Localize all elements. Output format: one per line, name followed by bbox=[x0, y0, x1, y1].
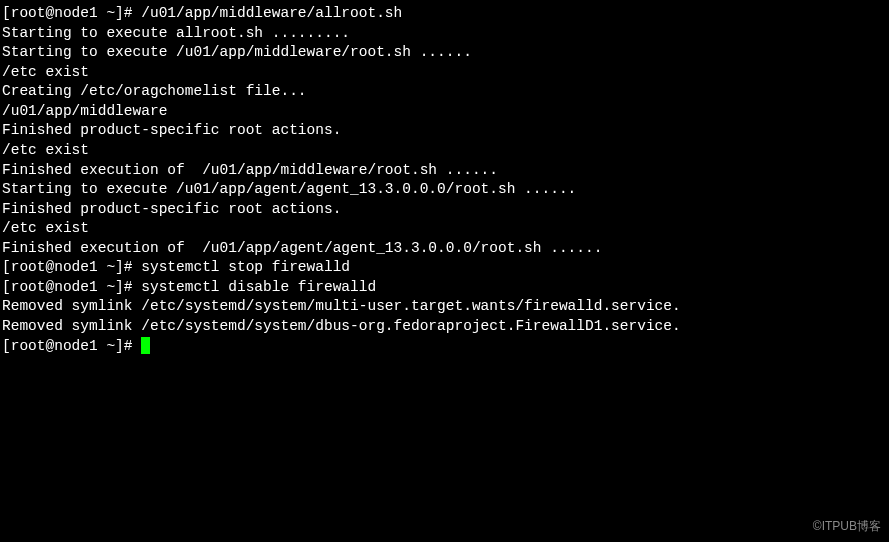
terminal-line: [root@node1 ~]# systemctl disable firewa… bbox=[2, 278, 887, 298]
terminal-line: Finished product-specific root actions. bbox=[2, 121, 887, 141]
terminal-line: /etc exist bbox=[2, 219, 887, 239]
terminal-prompt: [root@node1 ~]# bbox=[2, 338, 141, 354]
terminal-line: Starting to execute /u01/app/middleware/… bbox=[2, 43, 887, 63]
terminal-line: Removed symlink /etc/systemd/system/mult… bbox=[2, 297, 887, 317]
terminal-line: Finished execution of /u01/app/middlewar… bbox=[2, 161, 887, 181]
terminal-line: [root@node1 ~]# systemctl stop firewalld bbox=[2, 258, 887, 278]
terminal-line: /etc exist bbox=[2, 63, 887, 83]
terminal-line: Creating /etc/oragchomelist file... bbox=[2, 82, 887, 102]
terminal-prompt-line[interactable]: [root@node1 ~]# bbox=[2, 337, 887, 357]
terminal-line: Finished execution of /u01/app/agent/age… bbox=[2, 239, 887, 259]
terminal-output[interactable]: [root@node1 ~]# /u01/app/middleware/allr… bbox=[2, 4, 887, 356]
watermark-text: ©ITPUB博客 bbox=[813, 518, 881, 534]
terminal-line: Starting to execute /u01/app/agent/agent… bbox=[2, 180, 887, 200]
terminal-line: Starting to execute allroot.sh ......... bbox=[2, 24, 887, 44]
terminal-line: /u01/app/middleware bbox=[2, 102, 887, 122]
terminal-line: Removed symlink /etc/systemd/system/dbus… bbox=[2, 317, 887, 337]
terminal-line: /etc exist bbox=[2, 141, 887, 161]
terminal-line: [root@node1 ~]# /u01/app/middleware/allr… bbox=[2, 4, 887, 24]
terminal-line: Finished product-specific root actions. bbox=[2, 200, 887, 220]
cursor-icon bbox=[141, 337, 150, 354]
